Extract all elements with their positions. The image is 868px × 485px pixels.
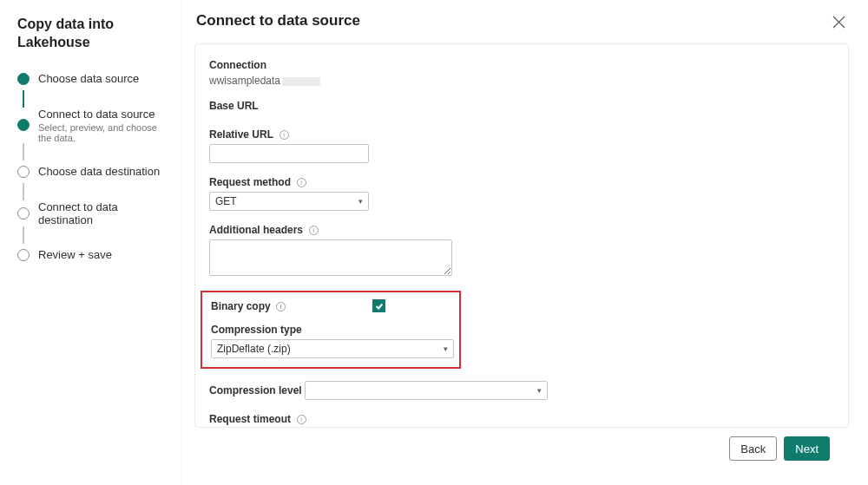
- step-connector: [23, 226, 24, 244]
- wizard-sidebar: Copy data into Lakehouse Choose data sou…: [0, 0, 182, 485]
- step-label: Review + save: [38, 248, 171, 261]
- step-connector: [23, 90, 24, 108]
- additional-headers-input[interactable]: [209, 239, 452, 276]
- binary-copy-label: Binary copy i: [211, 300, 286, 312]
- circle-icon: [17, 249, 30, 261]
- highlighted-section: Binary copy i Compression type ▾: [201, 291, 461, 369]
- main-panel: Connect to data source Connection wwisam…: [182, 0, 868, 485]
- relative-url-label: Relative URL: [209, 128, 273, 141]
- check-icon: [17, 73, 30, 85]
- main-header: Connect to data source: [194, 12, 849, 35]
- wizard-steps: Choose data source Connect to data sourc…: [17, 68, 171, 266]
- compression-type-select[interactable]: [211, 339, 454, 358]
- field-connection: Connection wwisampledata: [209, 58, 834, 87]
- binary-copy-label-text: Binary copy: [211, 300, 271, 312]
- field-relative-url: Relative URL i: [209, 128, 834, 163]
- step-choose-data-source[interactable]: Choose data source: [17, 68, 171, 90]
- field-request-timeout: Request timeout i: [209, 412, 834, 428]
- connection-label: Connection: [209, 59, 266, 71]
- field-base-url: Base URL: [209, 99, 834, 115]
- close-icon: [832, 16, 845, 29]
- step-sublabel: Select, preview, and choose the data.: [38, 122, 171, 143]
- info-icon[interactable]: i: [297, 415, 306, 424]
- footer: Back Next: [194, 428, 849, 475]
- field-compression-type: Compression type ▾: [211, 323, 450, 358]
- step-label: Connect to data destination: [38, 200, 171, 226]
- wizard-title: Copy data into Lakehouse: [17, 16, 171, 52]
- circle-icon: [17, 166, 30, 178]
- step-label: Choose data destination: [38, 165, 171, 178]
- additional-headers-label: Additional headers: [209, 224, 303, 236]
- relative-url-input[interactable]: [209, 144, 369, 163]
- field-binary-copy: Binary copy i: [211, 299, 450, 312]
- compression-level-select[interactable]: [305, 381, 548, 400]
- step-label: Choose data source: [38, 72, 171, 85]
- step-choose-data-destination[interactable]: Choose data destination: [17, 161, 171, 183]
- compression-type-label: Compression type: [211, 324, 302, 336]
- step-label: Connect to data source: [38, 108, 171, 121]
- step-connect-to-data-destination[interactable]: Connect to data destination: [17, 200, 171, 226]
- info-icon[interactable]: i: [276, 302, 286, 311]
- step-connector: [23, 183, 24, 200]
- request-method-select[interactable]: [209, 192, 369, 211]
- info-icon[interactable]: i: [309, 226, 319, 235]
- close-button[interactable]: [829, 12, 849, 35]
- step-connector: [23, 143, 24, 161]
- info-icon[interactable]: i: [279, 130, 289, 140]
- masked-text: [282, 77, 320, 86]
- field-request-method: Request method i ▾: [209, 175, 834, 211]
- binary-copy-checkbox[interactable]: [372, 299, 385, 312]
- step-connect-to-data-source[interactable]: Connect to data source Select, preview, …: [17, 108, 171, 143]
- page-title: Connect to data source: [196, 12, 360, 29]
- request-method-label: Request method: [209, 176, 291, 188]
- connection-value: wwisampledata: [209, 75, 834, 87]
- connection-value-text: wwisampledata: [209, 75, 280, 87]
- step-review-save[interactable]: Review + save: [17, 244, 171, 266]
- info-icon[interactable]: i: [297, 178, 306, 187]
- request-timeout-label: Request timeout: [209, 413, 291, 425]
- next-button[interactable]: Next: [784, 436, 830, 461]
- field-compression-level: Compression level ▾: [209, 381, 834, 400]
- form-card: Connection wwisampledata Base URL Relati…: [194, 43, 849, 428]
- check-icon: [17, 119, 30, 131]
- checkmark-icon: [375, 302, 384, 311]
- back-button[interactable]: Back: [729, 436, 777, 461]
- circle-icon: [17, 207, 30, 220]
- field-additional-headers: Additional headers i: [209, 223, 834, 279]
- compression-level-label: Compression level: [209, 384, 302, 397]
- base-url-label: Base URL: [209, 100, 259, 112]
